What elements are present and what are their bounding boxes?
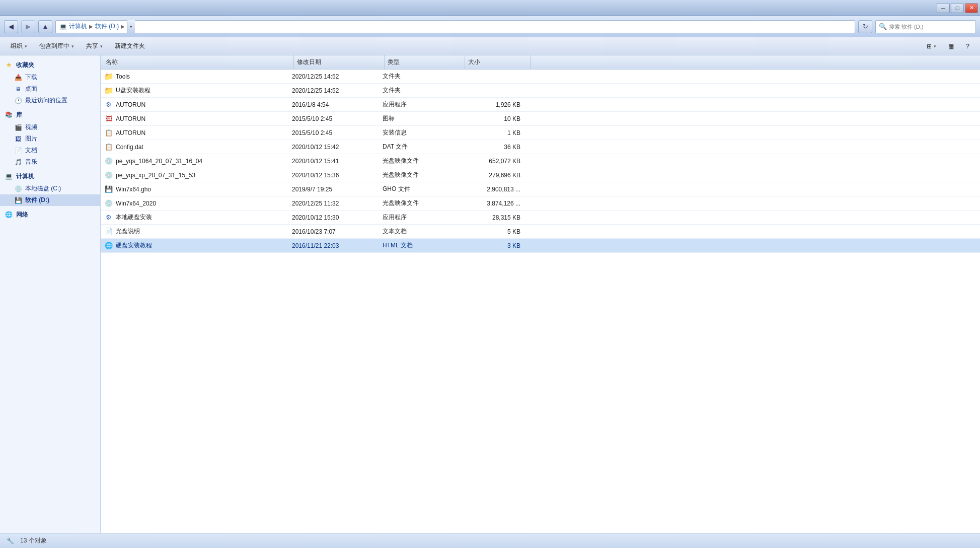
favorites-icon: ★ — [4, 60, 13, 70]
file-date-cell: 2020/12/25 14:52 — [292, 73, 383, 80]
file-name-cell: 🖼 AUTORUN — [101, 115, 292, 123]
statusbar: 🔧 13 个对象 — [0, 533, 980, 548]
table-row[interactable]: ⚙ 本地硬盘安装 2020/10/12 15:30 应用程序 28,315 KB — [101, 211, 980, 225]
file-size-cell: 36 KB — [463, 144, 529, 151]
file-type-icon: 🖼 — [105, 115, 113, 123]
file-name-cell: 💾 Win7x64.gho — [101, 185, 292, 193]
include-library-button[interactable]: 包含到库中 ▾ — [34, 39, 80, 53]
sidebar-item-image[interactable]: 🖼 图片 — [0, 133, 100, 145]
file-name: 硬盘安装教程 — [116, 241, 152, 250]
back-button[interactable]: ◀ — [4, 20, 18, 33]
file-date-cell: 2020/12/25 11:32 — [292, 200, 383, 207]
file-type-icon: 📁 — [105, 87, 113, 95]
col-header-type[interactable]: 类型 — [385, 55, 465, 69]
sidebar-item-video[interactable]: 🎬 视频 — [0, 121, 100, 133]
file-name: Win7x64.gho — [116, 186, 151, 193]
table-row[interactable]: 📋 Config.dat 2020/10/12 15:42 DAT 文件 36 … — [101, 140, 980, 154]
file-name: Win7x64_2020 — [116, 200, 156, 207]
file-area: 名称 修改日期 类型 大小 📁 Tools 2020/12/25 14:52 文… — [101, 55, 980, 533]
sidebar-item-music[interactable]: 🎵 音乐 — [0, 156, 100, 168]
toolbar: 组织 ▾ 包含到库中 ▾ 共享 ▾ 新建文件夹 ⊞ ▾ ▦ ? — [0, 37, 980, 55]
table-row[interactable]: 💿 pe_yqs_1064_20_07_31_16_04 2020/10/12 … — [101, 154, 980, 168]
col-header-size[interactable]: 大小 — [465, 55, 531, 69]
col-header-date[interactable]: 修改日期 — [294, 55, 385, 69]
breadcrumb-computer[interactable]: 计算机 — [69, 22, 87, 31]
table-row[interactable]: 💿 pe_yqs_xp_20_07_31_15_53 2020/10/12 15… — [101, 168, 980, 182]
help-icon: ? — [966, 43, 969, 50]
downloads-icon: 📥 — [14, 74, 22, 82]
table-row[interactable]: 📋 AUTORUN 2015/5/10 2:45 安装信息 1 KB — [101, 126, 980, 140]
file-name-cell: 📁 Tools — [101, 73, 292, 81]
sidebar-item-desktop[interactable]: 🖥 桌面 — [0, 83, 100, 95]
sidebar-network-header[interactable]: 🌐 网络 — [0, 208, 100, 221]
computer-nav-icon: 💻 — [59, 23, 67, 31]
close-button[interactable]: ✕ — [965, 3, 978, 13]
file-type-icon: 📋 — [105, 143, 113, 151]
favorites-label: 收藏夹 — [16, 61, 34, 70]
main-layout: ★ 收藏夹 📥 下载 🖥 桌面 🕐 最近访问的位置 📚 库 — [0, 55, 980, 533]
titlebar: ─ □ ✕ — [0, 0, 980, 16]
preview-pane-button[interactable]: ▦ — [943, 39, 959, 53]
up-button[interactable]: ▲ — [38, 20, 52, 33]
sidebar-item-doc[interactable]: 📄 文档 — [0, 145, 100, 156]
file-type-cell: 应用程序 — [383, 213, 463, 222]
file-date-cell: 2015/5/10 2:45 — [292, 129, 383, 136]
file-type-icon: ⚙ — [105, 214, 113, 222]
new-folder-button[interactable]: 新建文件夹 — [109, 39, 150, 53]
file-date-cell: 2016/1/8 4:54 — [292, 101, 383, 108]
table-row[interactable]: 📁 U盘安装教程 2020/12/25 14:52 文件夹 — [101, 84, 980, 98]
file-size-cell: 652,072 KB — [463, 158, 529, 165]
view-button[interactable]: ⊞ ▾ — [921, 39, 942, 53]
maximize-button[interactable]: □ — [951, 3, 964, 13]
file-date-cell: 2020/10/12 15:36 — [292, 172, 383, 179]
organize-button[interactable]: 组织 ▾ — [5, 39, 33, 53]
file-type-cell: 文件夹 — [383, 86, 463, 95]
sidebar-item-drive-c[interactable]: 💿 本地磁盘 (C:) — [0, 183, 100, 194]
file-type-icon: ⚙ — [105, 101, 113, 109]
file-name: Tools — [116, 73, 130, 80]
file-name: AUTORUN — [116, 115, 145, 122]
help-button[interactable]: ? — [960, 39, 975, 53]
sidebar-library-header[interactable]: 📚 库 — [0, 108, 100, 121]
file-name-cell: 💿 pe_yqs_1064_20_07_31_16_04 — [101, 157, 292, 165]
table-row[interactable]: 🌐 硬盘安装教程 2016/11/21 22:03 HTML 文档 3 KB — [101, 239, 980, 253]
breadcrumb-dropdown[interactable]: ▾ — [127, 20, 135, 33]
file-size-cell: 5 KB — [463, 228, 529, 235]
library-icon: 📚 — [4, 110, 13, 119]
refresh-button[interactable]: ↻ — [858, 20, 872, 33]
table-row[interactable]: 📁 Tools 2020/12/25 14:52 文件夹 — [101, 70, 980, 84]
file-name: pe_yqs_xp_20_07_31_15_53 — [116, 172, 195, 179]
sidebar-item-recent[interactable]: 🕐 最近访问的位置 — [0, 95, 100, 106]
file-type-cell: DAT 文件 — [383, 143, 463, 151]
breadcrumb-drive[interactable]: 软件 (D:) — [95, 22, 119, 31]
share-button[interactable]: 共享 ▾ — [81, 39, 108, 53]
table-row[interactable]: ⚙ AUTORUN 2016/1/8 4:54 应用程序 1,926 KB — [101, 98, 980, 112]
computer-icon: 💻 — [4, 172, 13, 181]
file-size-cell: 10 KB — [463, 115, 529, 122]
file-size-cell: 3 KB — [463, 242, 529, 249]
file-name: pe_yqs_1064_20_07_31_16_04 — [116, 158, 202, 165]
table-row[interactable]: 💾 Win7x64.gho 2019/9/7 19:25 GHO 文件 2,90… — [101, 182, 980, 196]
drive-c-icon: 💿 — [14, 185, 22, 193]
table-row[interactable]: 📄 光盘说明 2016/10/23 7:07 文本文档 5 KB — [101, 225, 980, 239]
refresh-icon: ↻ — [863, 23, 868, 30]
sidebar-favorites-header[interactable]: ★ 收藏夹 — [0, 58, 100, 72]
sidebar-item-drive-d[interactable]: 💾 软件 (D:) — [0, 194, 100, 206]
col-header-name[interactable]: 名称 — [103, 55, 294, 69]
status-count: 13 个对象 — [20, 536, 47, 545]
sidebar-section-favorites: ★ 收藏夹 📥 下载 🖥 桌面 🕐 最近访问的位置 — [0, 58, 100, 106]
library-label: 库 — [16, 111, 22, 119]
forward-button[interactable]: ▶ — [21, 20, 35, 33]
sidebar-computer-header[interactable]: 💻 计算机 — [0, 170, 100, 183]
file-type-cell: 文件夹 — [383, 72, 463, 81]
table-row[interactable]: 🖼 AUTORUN 2015/5/10 2:45 图标 10 KB — [101, 112, 980, 126]
sidebar-item-downloads[interactable]: 📥 下载 — [0, 72, 100, 83]
file-type-icon: 📋 — [105, 129, 113, 137]
minimize-button[interactable]: ─ — [937, 3, 950, 13]
file-type-icon: 💿 — [105, 157, 113, 165]
file-name: 本地硬盘安装 — [116, 213, 152, 222]
table-row[interactable]: 💿 Win7x64_2020 2020/12/25 11:32 光盘映像文件 3… — [101, 196, 980, 211]
file-date-cell: 2016/10/23 7:07 — [292, 228, 383, 235]
file-name: U盘安装教程 — [116, 86, 150, 95]
search-input[interactable] — [889, 24, 972, 30]
